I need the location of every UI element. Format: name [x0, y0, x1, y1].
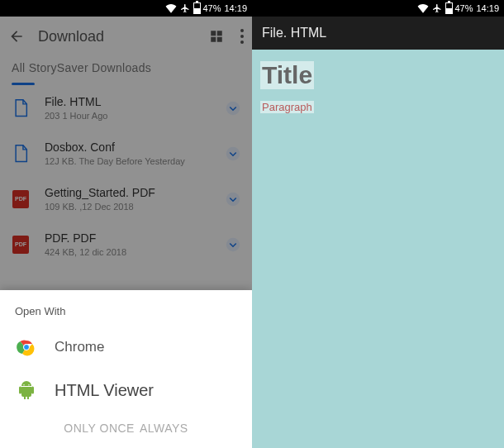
svg-point-2	[240, 41, 244, 44]
battery-icon: 47%	[193, 2, 221, 14]
pdf-icon: PDF	[12, 236, 30, 254]
file-name: File. HTML	[45, 95, 207, 108]
battery-icon: 47%	[445, 2, 473, 14]
phone-left: 47% 14:19 Download All StorySaver Downlo…	[0, 0, 252, 448]
svg-point-3	[226, 101, 240, 115]
page-paragraph: Paragraph	[260, 101, 314, 113]
clock: 14:19	[224, 3, 247, 13]
svg-point-4	[226, 146, 240, 160]
file-row[interactable]: Dosbox. Conf 12J KB. The Day Before Yest…	[0, 131, 252, 176]
file-menu-icon[interactable]	[222, 234, 244, 255]
file-manager: Download All StorySaver Downloads File. …	[0, 17, 252, 448]
wifi-icon	[417, 3, 429, 13]
file-meta: 12J KB. The Day Before Yesterday	[45, 156, 207, 166]
airplane-icon	[180, 3, 190, 13]
document-icon	[12, 99, 30, 117]
file-name: PDF. PDF	[45, 231, 207, 245]
header-title: Download	[38, 28, 196, 45]
sheet-option-label: HTML Viewer	[55, 381, 154, 400]
file-meta: 203 1 Hour Ago	[45, 111, 207, 121]
status-bar: 47% 14:19	[252, 0, 504, 17]
open-with-sheet: Open With Chrome	[0, 290, 252, 448]
only-once-button[interactable]: ONLY ONCE	[64, 422, 135, 435]
file-name: Getting_Started. PDF	[45, 186, 207, 199]
file-menu-icon[interactable]	[222, 143, 244, 164]
file-row[interactable]: File. HTML 203 1 Hour Ago	[0, 85, 252, 131]
svg-point-0	[240, 29, 244, 32]
app-header: Download	[0, 17, 252, 56]
file-menu-icon[interactable]	[222, 188, 244, 210]
breadcrumb[interactable]: All StorySaver Downloads	[0, 56, 252, 83]
battery-pct: 47%	[202, 3, 221, 13]
more-icon[interactable]	[240, 29, 244, 44]
file-row[interactable]: PDF PDF. PDF 424 KB, 12 dic 2018	[0, 222, 252, 267]
file-row[interactable]: PDF Getting_Started. PDF 109 KB. ,12 Dec…	[0, 176, 252, 222]
back-icon[interactable]	[8, 28, 25, 45]
airplane-icon	[432, 3, 442, 13]
always-button[interactable]: ALWAYS	[140, 422, 188, 435]
svg-point-6	[226, 237, 240, 251]
grid-view-icon[interactable]	[209, 29, 224, 44]
wifi-icon	[165, 3, 177, 13]
svg-point-5	[226, 192, 240, 206]
battery-pct: 47%	[454, 3, 473, 13]
file-meta: 424 KB, 12 dic 2018	[45, 247, 207, 257]
status-bar: 47% 14:19	[0, 0, 252, 17]
html-page: Title Paragraph	[252, 50, 504, 126]
open-with-html-viewer[interactable]: HTML Viewer	[0, 369, 252, 412]
page-title: Title	[260, 61, 314, 89]
file-name: Dosbox. Conf	[45, 141, 207, 154]
file-menu-icon[interactable]	[222, 98, 244, 119]
file-meta: 109 KB. ,12 Dec 2018	[45, 202, 207, 212]
viewer-header: File. HTML	[252, 17, 504, 50]
svg-point-1	[240, 35, 244, 38]
document-icon	[12, 145, 30, 163]
pdf-icon: PDF	[12, 190, 30, 208]
chrome-icon	[17, 337, 36, 357]
open-with-chrome[interactable]: Chrome	[0, 326, 252, 369]
sheet-title: Open With	[0, 302, 252, 326]
sheet-option-label: Chrome	[55, 339, 104, 355]
android-icon	[17, 380, 36, 400]
viewer-title: File. HTML	[262, 26, 326, 41]
phone-right: 47% 14:19 File. HTML Title Paragraph	[252, 0, 504, 448]
clock: 14:19	[476, 3, 499, 13]
